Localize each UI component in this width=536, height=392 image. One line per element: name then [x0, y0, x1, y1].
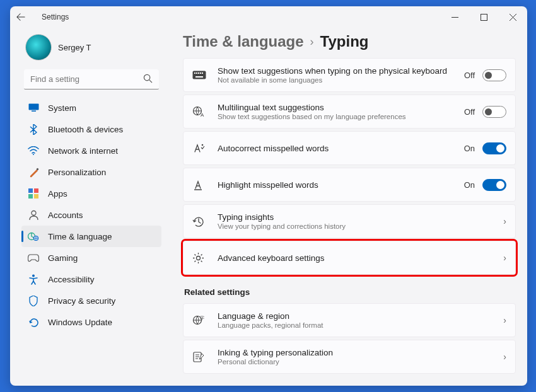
setting-main-3[interactable]: Highlight misspelled wordsOn	[183, 168, 516, 202]
sidebar-item-label: Windows Update	[48, 318, 112, 327]
close-icon	[510, 14, 516, 21]
setting-related-0[interactable]: 字Language & regionLanguage packs, region…	[183, 303, 516, 337]
settings-list: Show text suggestions when typing on the…	[183, 58, 516, 386]
setting-main-2[interactable]: Autocorrect misspelled wordsOn	[183, 131, 516, 165]
svg-rect-9	[34, 188, 38, 193]
inking-icon	[192, 351, 207, 363]
toggle-state-label: Off	[464, 71, 475, 80]
chevron-right-icon: ›	[310, 35, 314, 49]
search-input[interactable]	[24, 69, 159, 89]
toggle-state-label: On	[464, 144, 475, 153]
bluetooth-icon	[28, 124, 39, 135]
person-icon	[28, 209, 39, 221]
sidebar-item-label: System	[48, 103, 76, 113]
search-icon	[143, 74, 153, 83]
globe-text-icon: A	[192, 106, 207, 117]
svg-point-15	[32, 274, 35, 277]
avatar	[25, 34, 52, 61]
profile-name: Sergey T	[58, 43, 91, 52]
svg-text:A: A	[201, 112, 204, 117]
svg-rect-5	[32, 111, 36, 112]
toggle-switch[interactable]	[482, 142, 506, 154]
highlight-text-icon	[192, 179, 207, 190]
sidebar: Sergey T SystemBluetooth & devicesNetwor…	[10, 28, 166, 386]
sidebar-item-accounts[interactable]: Accounts	[21, 204, 161, 226]
svg-point-25	[202, 144, 204, 146]
sidebar-item-label: Accessibility	[48, 275, 95, 284]
setting-main-4[interactable]: Typing insightsView your typing and corr…	[183, 204, 516, 238]
sidebar-item-update[interactable]: Windows Update	[21, 311, 161, 333]
shield-icon	[28, 295, 39, 306]
setting-subtitle: Show text suggestions based on my langua…	[218, 113, 454, 120]
clock-globe-icon	[28, 231, 39, 242]
breadcrumb: Time & language › Typing	[183, 30, 516, 58]
maximize-icon	[481, 14, 487, 21]
setting-main-5[interactable]: Advanced keyboard settings›	[183, 241, 516, 275]
svg-rect-8	[28, 188, 33, 193]
back-button[interactable]	[16, 13, 38, 21]
setting-title: Highlight misspelled words	[218, 180, 454, 190]
svg-rect-4	[28, 104, 38, 110]
game-icon	[28, 252, 39, 263]
sidebar-item-accessibility[interactable]: Accessibility	[21, 268, 161, 290]
svg-rect-16	[193, 71, 206, 79]
svg-point-12	[32, 211, 36, 216]
svg-rect-21	[202, 72, 203, 74]
language-region-icon: 字	[192, 314, 207, 326]
sidebar-item-label: Gaming	[48, 253, 78, 263]
svg-rect-20	[200, 72, 201, 74]
setting-title: Advanced keyboard settings	[218, 253, 493, 263]
profile-block[interactable]: Sergey T	[21, 32, 161, 69]
sidebar-item-apps[interactable]: Apps	[21, 183, 161, 204]
accessibility-icon	[28, 274, 39, 285]
toggle-switch[interactable]	[482, 106, 506, 118]
related-settings-heading: Related settings	[183, 277, 516, 301]
svg-point-27	[197, 256, 201, 260]
sidebar-item-label: Time & language	[48, 232, 112, 241]
window-body: Sergey T SystemBluetooth & devicesNetwor…	[10, 28, 527, 386]
svg-text:字: 字	[200, 316, 204, 320]
breadcrumb-parent[interactable]: Time & language	[183, 33, 304, 50]
svg-rect-18	[196, 72, 197, 74]
svg-point-6	[33, 154, 34, 155]
sidebar-item-privacy[interactable]: Privacy & security	[21, 290, 161, 311]
toggle-state-label: On	[464, 180, 475, 190]
sidebar-item-personalization[interactable]: Personalization	[21, 161, 161, 183]
toggle-state-label: Off	[464, 107, 475, 117]
setting-main-0[interactable]: Show text suggestions when typing on the…	[183, 58, 516, 92]
svg-rect-17	[194, 72, 195, 74]
setting-subtitle: Personal dictionary	[218, 358, 493, 366]
maximize-button[interactable]	[469, 6, 498, 28]
close-button[interactable]	[498, 6, 527, 28]
sidebar-item-system[interactable]: System	[21, 97, 161, 118]
gear-icon	[192, 252, 207, 264]
main-content[interactable]: Time & language › Typing Show text sugge…	[166, 28, 527, 386]
brush-icon	[28, 166, 39, 178]
apps-icon	[28, 188, 39, 199]
settings-window: Settings Sergey T SystemBluetooth & devi…	[10, 6, 527, 386]
titlebar: Settings	[10, 6, 527, 28]
setting-main-1[interactable]: AMultilingual text suggestionsShow text …	[183, 95, 516, 129]
sidebar-item-label: Personalization	[48, 168, 106, 177]
svg-rect-22	[195, 76, 203, 78]
update-icon	[28, 316, 39, 328]
sidebar-item-label: Accounts	[48, 210, 83, 220]
arrow-left-icon	[16, 13, 25, 21]
svg-rect-19	[198, 72, 199, 74]
sidebar-item-timelang[interactable]: Time & language	[21, 226, 161, 247]
toggle-switch[interactable]	[482, 69, 506, 81]
minimize-button[interactable]	[440, 6, 469, 28]
svg-line-3	[149, 80, 152, 83]
setting-subtitle: View your typing and corrections history	[218, 222, 493, 230]
setting-related-1[interactable]: Inking & typing personalizationPersonal …	[183, 340, 516, 374]
keyboard-icon	[192, 71, 207, 79]
svg-rect-1	[481, 14, 487, 20]
toggle-switch[interactable]	[482, 179, 506, 191]
svg-rect-10	[28, 194, 33, 199]
search-container	[24, 69, 159, 89]
display-icon	[28, 102, 39, 113]
sidebar-item-bluetooth[interactable]: Bluetooth & devices	[21, 118, 161, 140]
sidebar-item-network[interactable]: Network & internet	[21, 140, 161, 161]
setting-title: Multilingual text suggestions	[218, 103, 454, 112]
sidebar-item-gaming[interactable]: Gaming	[21, 247, 161, 268]
